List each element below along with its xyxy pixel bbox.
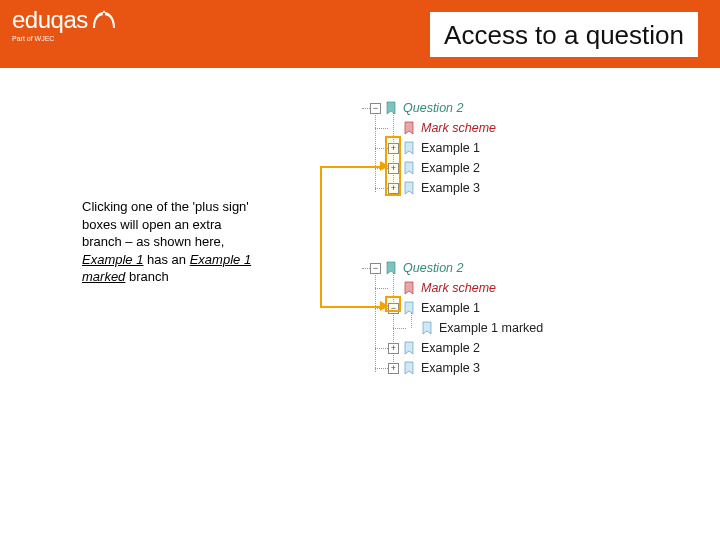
logo: eduqas Part of WJEC — [12, 8, 117, 42]
bookmark-icon — [421, 321, 434, 335]
expander-none — [388, 123, 399, 134]
header-bar: eduqas Part of WJEC Access to a question — [0, 0, 720, 68]
bookmark-icon — [403, 161, 416, 175]
callout-mid: has an — [143, 252, 189, 267]
tree-node-question[interactable]: − Question 2 — [370, 98, 496, 118]
node-label: Example 1 marked — [439, 321, 543, 335]
tree-line — [362, 108, 370, 109]
node-label: Example 3 — [421, 181, 480, 195]
tree-line — [375, 148, 388, 149]
minus-icon[interactable]: − — [388, 303, 399, 314]
expander-none — [406, 323, 417, 334]
callout-post: branch — [125, 269, 168, 284]
bookmark-icon — [403, 341, 416, 355]
node-label: Mark scheme — [421, 281, 496, 295]
title-container: Access to a question — [430, 12, 698, 57]
expander-none — [388, 283, 399, 294]
plus-icon[interactable]: + — [388, 363, 399, 374]
book-icon — [91, 8, 117, 30]
tree-node-example[interactable]: + Example 3 — [370, 358, 543, 378]
tree-node-markscheme[interactable]: Mark scheme — [370, 118, 496, 138]
bookmark-icon — [403, 181, 416, 195]
page-title: Access to a question — [444, 20, 684, 51]
tree-expanded: − Question 2 Mark scheme − Example 1 Exa… — [370, 258, 543, 378]
callout-text: Clicking one of the 'plus sign' boxes wi… — [82, 198, 256, 286]
tree-node-example[interactable]: + Example 2 — [370, 338, 543, 358]
node-label: Example 1 — [421, 301, 480, 315]
callout-pre: Clicking one of the 'plus sign' boxes wi… — [82, 199, 249, 249]
tree-line — [375, 348, 388, 349]
tree-line — [362, 268, 370, 269]
plus-icon[interactable]: + — [388, 143, 399, 154]
tree-line — [375, 168, 388, 169]
bookmark-icon — [403, 281, 416, 295]
tree-node-example-expanded[interactable]: − Example 1 — [370, 298, 543, 318]
node-label: Example 2 — [421, 161, 480, 175]
content-area: Clicking one of the 'plus sign' boxes wi… — [0, 68, 720, 540]
tree-line — [375, 128, 388, 129]
tree-node-example[interactable]: + Example 1 — [370, 138, 496, 158]
node-label: Question 2 — [403, 101, 463, 115]
logo-text: eduqas — [12, 8, 88, 32]
tree-node-example-child[interactable]: Example 1 marked — [370, 318, 543, 338]
node-label: Question 2 — [403, 261, 463, 275]
bookmark-icon — [403, 301, 416, 315]
tree-line — [393, 328, 406, 329]
node-label: Example 3 — [421, 361, 480, 375]
plus-icon[interactable]: + — [388, 183, 399, 194]
tree-line — [375, 188, 388, 189]
plus-icon[interactable]: + — [388, 343, 399, 354]
node-label: Example 2 — [421, 341, 480, 355]
callout-em1: Example 1 — [82, 252, 143, 267]
bookmark-icon — [385, 261, 398, 275]
tree-line — [375, 308, 388, 309]
minus-icon[interactable]: − — [370, 103, 381, 114]
tree-node-question[interactable]: − Question 2 — [370, 258, 543, 278]
tree-line — [375, 368, 388, 369]
tree-line — [375, 288, 388, 289]
bookmark-icon — [403, 361, 416, 375]
logo-subtitle: Part of WJEC — [12, 35, 117, 42]
minus-icon[interactable]: − — [370, 263, 381, 274]
tree-node-markscheme[interactable]: Mark scheme — [370, 278, 543, 298]
bookmark-icon — [403, 141, 416, 155]
bookmark-icon — [385, 101, 398, 115]
node-label: Example 1 — [421, 141, 480, 155]
bookmark-icon — [403, 121, 416, 135]
svg-point-0 — [102, 13, 105, 16]
node-label: Mark scheme — [421, 121, 496, 135]
tree-collapsed: − Question 2 Mark scheme + Example 1 + E… — [370, 98, 496, 198]
plus-icon[interactable]: + — [388, 163, 399, 174]
tree-node-example[interactable]: + Example 3 — [370, 178, 496, 198]
tree-node-example[interactable]: + Example 2 — [370, 158, 496, 178]
